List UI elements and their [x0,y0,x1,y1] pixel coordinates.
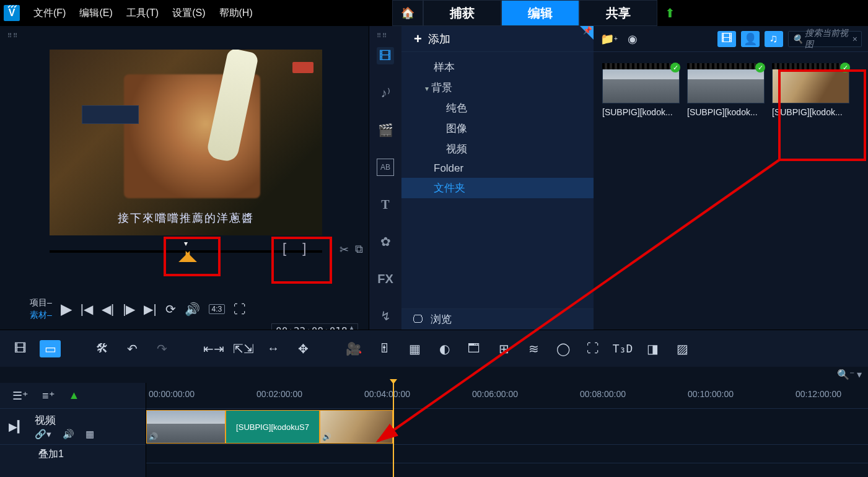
tree-solidcolor[interactable]: 纯色 [401,98,594,118]
timeline-clip[interactable]: 🔊 [320,410,393,444]
undo-button[interactable]: ↶ [121,340,142,357]
titles-icon[interactable]: AB [377,159,394,176]
lut-icon[interactable]: ▨ [672,340,693,357]
timeline-clip[interactable]: [SUBPIG][kodokuS7 [226,410,320,444]
link-icon[interactable]: 🔗▾ [35,429,51,440]
scissors-icon[interactable]: ✂ [340,243,349,256]
transitions-icon[interactable]: 🎬 [377,121,394,139]
motion-icon[interactable]: ↯ [377,307,394,325]
browse-label: 浏览 [431,312,452,326]
step-fwd-button[interactable]: |▶ [123,302,135,317]
video-track-row[interactable]: 🔊 [SUBPIG][kodokuS7 🔊 [146,409,868,445]
menu-file[interactable]: 文件(F) [33,7,66,20]
redo-button[interactable]: ↷ [151,340,172,357]
tab-capture[interactable]: 捕获 [423,0,501,26]
volume-button[interactable]: 🔊 [185,302,200,317]
tree-video[interactable]: 视频 [401,139,594,159]
tree-folder-zh[interactable]: 文件夹 [401,178,594,198]
tab-edit[interactable]: 编辑 [501,0,579,26]
clear-search-icon[interactable]: × [853,34,857,44]
record-icon[interactable]: 🎥 [344,340,366,357]
track-overlay-header[interactable]: 叠加1 [0,445,146,463]
media-icon[interactable]: 🎞 [377,47,394,64]
tree-image[interactable]: 图像 [401,118,594,139]
mask-icon[interactable]: ◐ [434,340,455,357]
mode-project-label[interactable]: 项目– [30,297,52,309]
copy-icon[interactable]: ⧉ [355,243,363,256]
go-start-button[interactable]: |◀ [81,302,93,317]
search-input[interactable]: 🔍 搜索当前视图 × [788,31,862,47]
check-icon: ✓ [670,63,680,72]
tree-sample[interactable]: 样本 [401,57,594,77]
panel-grip-icon[interactable]: ⠿⠿ [372,30,393,42]
tab-share[interactable]: 共享 [579,0,657,26]
subtitle-icon[interactable]: 🗔 [463,340,484,357]
zoom-dropdown-icon[interactable]: ▾ [857,369,862,380]
add-folder-button[interactable]: + 添加 [401,26,594,52]
playhead[interactable] [393,383,394,477]
t3d-icon[interactable]: T₃D [612,340,633,357]
menu-edit[interactable]: 编辑(E) [79,7,112,20]
fit-width-icon[interactable]: ⇱⇲ [233,340,254,357]
panel-grip-icon[interactable]: ⠿⠿ [2,30,24,42]
filter-video-icon[interactable]: 🎞 [717,31,736,47]
overlay-track-row[interactable] [146,445,868,463]
graphics-icon[interactable]: ✿ [377,233,394,250]
zoom-out-icon[interactable]: 🔍⁻ [837,369,854,380]
pin-icon[interactable] [580,26,594,40]
filter-photo-icon[interactable]: 👤 [741,31,760,47]
checker-icon[interactable]: ▦ [85,429,94,440]
library-clip[interactable]: ✓ [SUBPIG][kodok... [602,63,680,117]
grid-icon[interactable]: ⊞ [493,340,514,357]
mode-clip-label[interactable]: 素材– [30,310,52,321]
timeline-clip[interactable]: 🔊 [146,410,226,444]
menu-tools[interactable]: 工具(T) [126,7,159,20]
track-motion-icon[interactable]: ◯ [553,340,574,357]
preview-viewport[interactable]: 接下來嚐嚐推薦的洋蔥醬 [50,50,322,235]
menu-help[interactable]: 帮助(H) [219,7,253,20]
timeline-body[interactable]: 00:00:00:00 00:02:00:00 00:04:00:00 00:0… [146,383,868,477]
timeline-ruler[interactable]: 00:00:00:00 00:02:00:00 00:04:00:00 00:0… [146,383,868,409]
import-icon[interactable]: 📁+ [600,31,618,47]
preview-subtitle: 接下來嚐嚐推薦的洋蔥醬 [118,211,254,225]
upload-icon[interactable]: ⬆ [657,0,682,26]
library-toolbar: 📁+ ◉ 🎞 👤 ♫ 🔍 搜索当前视图 × [594,26,868,52]
filter-audio-icon[interactable]: ♫ [765,31,783,47]
track-add-icon[interactable]: ≡⁺ [42,389,55,403]
collapse-icon[interactable]: ▲ [69,389,80,402]
chroma-icon[interactable]: ◨ [642,340,663,357]
browse-button[interactable]: 🖵 浏览 [401,309,594,330]
stretch-icon[interactable]: ↔ [263,340,284,357]
track-options-icon[interactable]: ☰⁺ [12,389,28,403]
audio-mixer-icon[interactable]: 🎚 [374,340,395,357]
tree-background[interactable]: ▾背景 [401,77,594,98]
fullscreen-button[interactable]: ⛶ [234,302,246,317]
camera-icon[interactable]: ◉ [623,31,642,47]
library-clip[interactable]: ✓ [SUBPIG][kodok... [687,63,765,117]
text-icon[interactable]: T [377,196,394,213]
loop-button[interactable]: ⟳ [165,302,176,317]
zoom-controls[interactable]: 🔍⁻ ▾ [837,368,862,380]
timeline-view-icon[interactable]: ▭ [40,340,61,357]
mute-icon[interactable]: 🔊 [63,429,74,440]
tools-icon[interactable]: 🛠 [92,340,113,357]
audio-icon[interactable]: ♪⁾ [377,84,394,102]
move-icon[interactable]: ✥ [292,340,313,357]
preview-panel: ⠿⠿ 接下來嚐嚐推薦的洋蔥醬 ▾ ◢◣ [ ] ✂ ⧉ 项目– 素材– ▶ |◀… [0,26,369,330]
fx-icon[interactable]: FX [377,270,394,287]
play-button[interactable]: ▶ [61,300,72,318]
go-end-button[interactable]: ▶| [144,302,156,317]
check-icon: ✓ [755,63,765,72]
hd-badge-icon [292,62,313,73]
tree-folder-en[interactable]: Folder [401,159,594,178]
crop-icon[interactable]: ⛶ [582,340,603,357]
menu-settings[interactable]: 设置(S) [172,7,205,20]
speed-icon[interactable]: ≋ [523,340,544,357]
track-video-header[interactable]: ▶▎ 视频 🔗▾ 🔊 ▦ [0,409,146,445]
fit-in-icon[interactable]: ⇤⇥ [203,340,224,357]
step-back-button[interactable]: ◀| [102,302,114,317]
aspect-ratio-button[interactable]: 4:3 [209,304,226,314]
storyboard-view-icon[interactable]: 🎞 [10,340,31,357]
home-button[interactable]: 🏠 [392,0,423,26]
chapter-icon[interactable]: ▦ [404,340,425,357]
